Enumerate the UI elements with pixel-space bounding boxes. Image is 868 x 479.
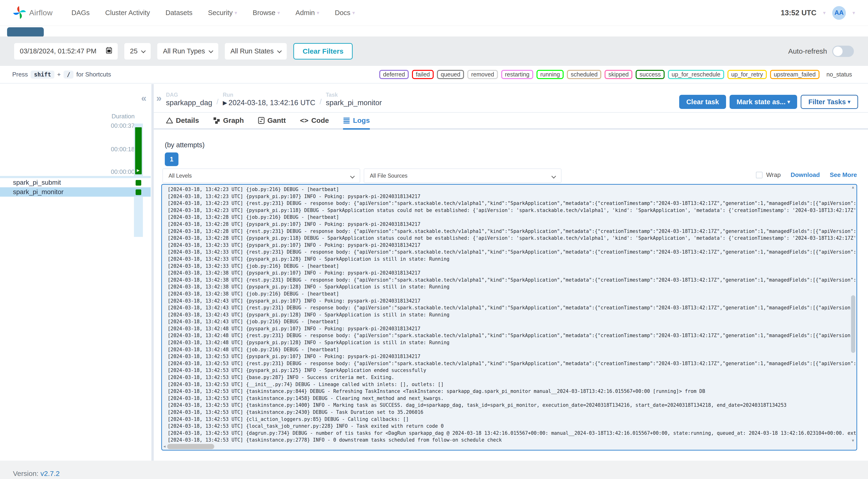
log-line: [2024-03-18, 13:42:48 UTC] {pyspark_pi.p…	[167, 339, 857, 346]
task-instance-square[interactable]	[135, 180, 141, 186]
by-attempts-label: (by attempts)	[165, 141, 205, 149]
scroll-down-arrow-icon[interactable]: ▼	[851, 439, 855, 443]
breadcrumb-separator: /	[217, 98, 219, 107]
log-line: [2024-03-18, 13:42:53 UTC] {pyspark_pi.p…	[167, 353, 857, 360]
tab-graph[interactable]: Graph	[213, 116, 244, 130]
partially-hidden-button[interactable]	[7, 27, 44, 37]
breadcrumb-separator: /	[319, 98, 321, 107]
caret-down-icon[interactable]: ▾	[823, 10, 826, 16]
clear-task-button[interactable]: Clear task	[679, 95, 726, 109]
breadcrumb: DAG sparkapp_dag / Run ▶2024-03-18, 13:4…	[166, 92, 382, 107]
log-level-select[interactable]: All Levels	[162, 168, 360, 183]
task-instance-square[interactable]	[135, 189, 141, 195]
nav-browse[interactable]: Browse▾	[253, 9, 280, 17]
log-line: [2024-03-18, 13:42:43 UTC] {rest.py:231}…	[167, 305, 857, 312]
task-row-spark_pi_submit[interactable]: spark_pi_submit	[0, 178, 151, 188]
tab-logs[interactable]: Logs	[343, 116, 370, 130]
log-line: [2024-03-18, 13:42:38 UTC] {pyspark_pi.p…	[167, 269, 857, 277]
task-name: spark_pi_monitor	[13, 188, 64, 196]
status-badge-success: success	[636, 70, 664, 79]
navbar-right: 13:52 UTC ▾ AA ▾	[781, 6, 855, 20]
nav-dags[interactable]: DAGs	[71, 9, 90, 17]
caret-down-icon: ▾	[277, 10, 280, 16]
detail-tabs: Details Graph Gantt <> Code	[154, 116, 868, 130]
nav-items: DAGs Cluster Activity Datasets Security▾…	[71, 9, 355, 17]
log-line: [2024-03-18, 13:42:33 UTC] {job.py:216} …	[167, 263, 857, 270]
status-badge-skipped: skipped	[604, 70, 632, 79]
horizontal-scrollbar-thumb[interactable]	[167, 444, 214, 449]
run-duration-bar[interactable]: ▶	[135, 127, 142, 174]
caret-down-icon[interactable]: ▾	[852, 10, 855, 16]
base-date-input[interactable]: 03/18/2024, 01:52:47 PM	[14, 43, 118, 60]
file-source-select[interactable]: All File Sources	[364, 168, 561, 183]
tab-code[interactable]: <> Code	[300, 116, 329, 130]
nav-docs[interactable]: Docs▾	[335, 9, 355, 17]
log-line: [2024-03-18, 13:42:53 UTC] {pyspark_pi.p…	[167, 367, 857, 374]
wrap-toggle[interactable]: Wrap	[756, 171, 781, 179]
nav-security[interactable]: Security▾	[208, 9, 237, 17]
filter-tasks-button[interactable]: Filter Tasks ▾	[801, 95, 858, 109]
nav-cluster-activity[interactable]: Cluster Activity	[105, 9, 150, 17]
attempt-1-button[interactable]: 1	[165, 153, 179, 166]
log-line: [2024-03-18, 13:42:28 UTC] {pyspark_pi.p…	[167, 235, 857, 242]
status-badge-up_for_reschedule: up_for_reschedule	[668, 70, 724, 79]
top-navbar: Airflow DAGs Cluster Activity Datasets S…	[0, 0, 868, 26]
auto-refresh-toggle[interactable]	[832, 45, 854, 57]
expand-panel-icon[interactable]: »	[156, 93, 161, 103]
log-line: [2024-03-18, 13:42:33 UTC] {pyspark_pi.p…	[167, 256, 857, 263]
mark-state-as-button[interactable]: Mark state as... ▾	[730, 95, 797, 109]
panel-divider[interactable]	[151, 84, 154, 461]
chevron-down-icon	[277, 49, 282, 53]
code-icon: <>	[300, 116, 308, 124]
log-line: [2024-03-18, 13:42:23 UTC] {pyspark_pi.p…	[167, 207, 857, 214]
log-line: [2024-03-18, 13:42:23 UTC] {pyspark_pi.p…	[167, 193, 857, 200]
footer: Version: v2.7.2	[0, 461, 868, 479]
airflow-brand[interactable]: Airflow	[12, 5, 53, 21]
caret-down-icon: ▾	[317, 10, 319, 16]
download-log-link[interactable]: Download	[790, 171, 820, 179]
tab-details[interactable]: Details	[166, 116, 199, 130]
log-line: [2024-03-18, 13:42:53 UTC] {cli_action_l…	[167, 416, 857, 423]
log-line: [2024-03-18, 13:42:53 UTC] {taskinstance…	[167, 395, 857, 402]
see-more-link[interactable]: See More	[830, 171, 857, 179]
calendar-icon[interactable]	[106, 47, 112, 56]
log-line: [2024-03-18, 13:42:53 UTC] {local_task_j…	[167, 423, 857, 430]
run-states-select[interactable]: All Run States	[225, 43, 287, 60]
details-icon	[166, 117, 173, 124]
task-row-spark_pi_monitor[interactable]: spark_pi_monitor	[0, 188, 151, 197]
status-badge-no_status: no_status	[823, 70, 856, 79]
page-size-select[interactable]: 25	[124, 43, 151, 60]
caret-down-icon: ▾	[787, 99, 790, 105]
status-badge-deferred: deferred	[379, 70, 409, 79]
log-line: [2024-03-18, 13:42:53 UTC] {taskinstance…	[167, 437, 857, 444]
log-line: [2024-03-18, 13:42:48 UTC] {rest.py:231}…	[167, 332, 857, 339]
version-link[interactable]: v2.7.2	[40, 470, 60, 477]
status-badge-running: running	[536, 70, 564, 79]
scroll-left-arrow-icon[interactable]: ◂	[163, 444, 165, 449]
status-badge-failed: failed	[412, 70, 434, 79]
shortcuts-hint: Press shift + / for Shortcuts	[12, 71, 111, 78]
auto-refresh-control: Auto-refresh	[788, 45, 854, 57]
breadcrumb-run[interactable]: Run ▶2024-03-18, 13:42:16 UTC	[223, 92, 315, 107]
tab-gantt[interactable]: Gantt	[258, 116, 286, 130]
log-line: [2024-03-18, 13:42:28 UTC] {job.py:216} …	[167, 214, 857, 221]
vertical-scrollbar-thumb[interactable]	[851, 295, 855, 353]
utc-clock[interactable]: 13:52 UTC	[781, 9, 816, 17]
chevron-down-icon	[350, 174, 355, 179]
nav-admin[interactable]: Admin▾	[296, 9, 319, 17]
run-types-select[interactable]: All Run Types	[157, 43, 218, 60]
caret-down-icon: ▾	[235, 10, 237, 16]
logs-icon	[343, 117, 350, 124]
scroll-up-arrow-icon[interactable]: ▲	[851, 185, 855, 189]
nav-datasets[interactable]: Datasets	[165, 9, 192, 17]
status-badge-removed: removed	[467, 70, 498, 79]
log-output-box[interactable]: [2024-03-18, 13:42:23 UTC] {job.py:216} …	[161, 184, 857, 450]
wrap-checkbox[interactable]	[756, 172, 763, 178]
clear-filters-button[interactable]: Clear Filters	[293, 43, 352, 60]
breadcrumb-dag[interactable]: DAG sparkapp_dag	[166, 92, 212, 107]
breadcrumb-task[interactable]: Task spark_pi_monitor	[326, 92, 382, 107]
shortcuts-legend-row: Press shift + / for Shortcuts deferredfa…	[0, 66, 868, 84]
user-avatar[interactable]: AA	[832, 6, 846, 20]
collapse-sidebar-icon[interactable]: «	[141, 93, 147, 103]
status-badge-up_for_retry: up_for_retry	[727, 70, 767, 79]
